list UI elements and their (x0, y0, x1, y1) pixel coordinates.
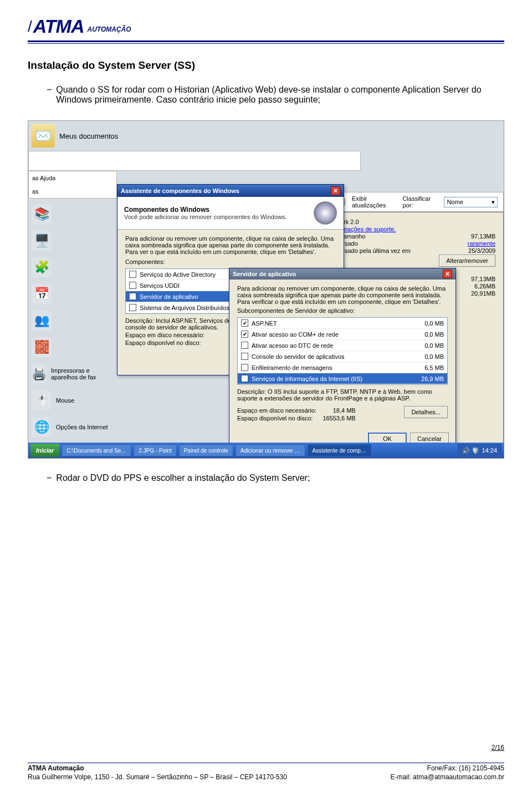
menu-row-1[interactable]: as Ajuda (29, 171, 116, 185)
desktop-folder-label: Meus documentos (59, 132, 118, 140)
close-icon[interactable]: × (443, 270, 452, 278)
bullet-2-text: Rodar o DVD do PPS e escolher a instalaç… (56, 473, 504, 483)
explorer-menubar: as Ajuda as (28, 171, 117, 199)
sub-instructions: Para adicionar ou remover um componente,… (237, 285, 448, 305)
sub-list-label: Subcomponentes de Servidor de aplicativo… (237, 307, 448, 314)
brand-logo: / ATMA AUTOMAÇÃO (28, 16, 131, 37)
cp-icon-2[interactable]: 🖥️ (32, 231, 109, 251)
system-tray[interactable]: 🔊 🛡️14:24 (458, 444, 502, 457)
sub-titlebar[interactable]: Servidor de aplicativo × (229, 268, 456, 280)
checkbox[interactable] (129, 304, 136, 311)
cp-icon-internet[interactable]: 🌐Opções da Internet (32, 417, 109, 437)
footer-line-1: ATMA Automação Fone/Fax: (16) 2105-4945 (28, 764, 504, 772)
list-item: Ativar acesso ao DTC de rede0,0 MB (238, 340, 447, 351)
components-label: Componentes: (125, 258, 336, 265)
sub-title: Servidor de aplicativo (233, 271, 296, 277)
list-item: ✔Ativar acesso ao COM+ de rede0,0 MB (238, 329, 447, 340)
desktop-folder[interactable]: ✉️ Meus documentos (32, 124, 118, 148)
checkbox[interactable] (129, 282, 136, 289)
footer-line-2: Rua Guilherme Volpe, 1150 - Jd. Sumaré –… (28, 773, 504, 781)
sortby-select[interactable]: Nome▾ (444, 197, 498, 207)
list-item: ✔ASP.NET0,0 MB (238, 318, 447, 329)
page-number: 2/16 (28, 744, 504, 752)
list-item-selected: ✔Serviços de informações da Internet (II… (238, 373, 447, 384)
bullet-1-text: Quando o SS for rodar com o Historian (A… (56, 85, 504, 105)
sortby-label: Classificar por: (402, 195, 437, 209)
wizard-banner: Componentes do Windows Você pode adicion… (117, 197, 344, 230)
brand-sub: AUTOMAÇÃO (87, 26, 131, 33)
support-link[interactable]: rmações de suporte. (340, 226, 396, 232)
folder-icon: ✉️ (32, 124, 55, 148)
checkbox[interactable]: ✔ (129, 293, 136, 300)
wizard-sub: Você pode adicionar ou remover component… (124, 214, 287, 220)
list-item: Enfileiramento de mensagens6,5 MB (238, 362, 447, 373)
taskbar-item[interactable]: C:\Documents and Se… (62, 444, 131, 456)
change-remove-button[interactable]: Alterar/remover (439, 255, 495, 267)
cp-icon-1[interactable]: 📚 (32, 204, 109, 224)
list-item: Console do servidor de aplicativos0,0 MB (238, 351, 447, 362)
footer-rule (28, 763, 504, 763)
show-updates-label: Exibir atualizações (352, 195, 396, 209)
clock: 14:24 (482, 447, 497, 454)
taskbar-item-active[interactable]: Assistente de comp… (308, 444, 371, 456)
wizard-titlebar[interactable]: Assistente de componentes do Windows × (117, 185, 344, 197)
monitor-icon: 🖥️ (32, 231, 52, 251)
wizard-heading: Componentes do Windows (124, 206, 287, 214)
control-panel-icons: 📚 🖥️ 🧩 📅 👥 🧱 🖨️Impressoras e aparelhos d… (32, 204, 109, 444)
footer-company: ATMA Automação (28, 764, 84, 772)
bullet-2: − Rodar o DVD do PPS e escolher a instal… (47, 473, 504, 483)
cp-icon-6[interactable]: 🧱 (32, 337, 109, 357)
page-title: Instalação do System Server (SS) (28, 59, 504, 72)
cp-icon-mouse[interactable]: 🖱️Mouse (32, 390, 109, 410)
globe-icon: 🌐 (32, 417, 52, 437)
component-icon: 🧩 (32, 257, 52, 277)
header-rule-thick (28, 40, 504, 42)
page-header: / ATMA AUTOMAÇÃO (28, 16, 504, 37)
calendar-icon: 📅 (32, 284, 52, 304)
bullet-dash: − (47, 473, 52, 483)
cd-icon (314, 201, 337, 225)
cp-icon-printers[interactable]: 🖨️Impressoras e aparelhos de fax (32, 364, 109, 384)
books-icon: 📚 (32, 204, 52, 224)
users-icon: 👥 (32, 311, 52, 331)
bullet-1: − Quando o SS for rodar com o Historian … (47, 85, 504, 105)
explorer-window-strip (28, 151, 361, 171)
details-button[interactable]: Detalhes... (404, 406, 448, 418)
firewall-icon: 🧱 (32, 337, 52, 357)
cp-icon-4[interactable]: 📅 (32, 284, 109, 304)
checkbox[interactable] (129, 271, 136, 278)
screenshot: ✉️ Meus documentos as Ajuda as 📚 🖥️ 🧩 📅 … (28, 120, 504, 459)
header-rule-thin (28, 43, 504, 44)
cp-icon-5[interactable]: 👥 (32, 311, 109, 331)
wizard-title: Assistente de componentes do Windows (121, 187, 239, 194)
mouse-icon: 🖱️ (32, 390, 52, 410)
brand-name: ATMA (33, 16, 84, 37)
subcomponents-window: Servidor de aplicativo × Para adicionar … (229, 268, 456, 451)
wizard-instructions: Para adicionar ou remover um componente,… (125, 235, 336, 255)
close-icon[interactable]: × (331, 186, 340, 195)
taskbar-item[interactable]: Painel de controle (179, 444, 233, 456)
menu-row-2[interactable]: as (29, 185, 116, 198)
programs-sort-bar: Exibir atualizações Classificar por: Nom… (332, 192, 504, 212)
footer-address: Rua Guilherme Volpe, 1150 - Jd. Sumaré –… (28, 773, 287, 781)
taskbar: Iniciar C:\Documents and Se… 2.JPG - Pai… (28, 443, 504, 458)
footer-email: E-mail: atma@atmaautomacao.com.br (390, 773, 504, 781)
cp-icon-3[interactable]: 🧩 (32, 257, 109, 277)
taskbar-item[interactable]: Adicionar ou remover … (236, 444, 305, 456)
footer-phone: Fone/Fax: (16) 2105-4945 (427, 764, 504, 772)
sub-components-list[interactable]: ✔ASP.NET0,0 MB ✔Ativar acesso ao COM+ de… (237, 317, 448, 385)
tray-icons: 🔊 🛡️ (462, 447, 479, 454)
printer-icon: 🖨️ (32, 364, 47, 384)
taskbar-item[interactable]: 2.JPG - Paint (134, 444, 176, 456)
start-button[interactable]: Iniciar (30, 444, 59, 457)
bullet-dash: − (47, 85, 52, 95)
